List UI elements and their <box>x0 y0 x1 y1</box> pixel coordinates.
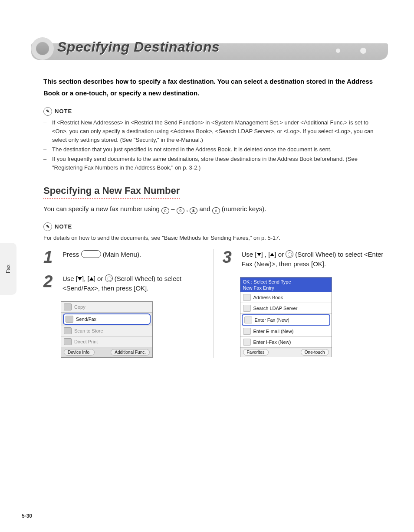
ldap-icon <box>243 305 251 312</box>
list-row: Search LDAP Server <box>240 303 332 314</box>
copy-icon <box>64 304 72 310</box>
step-text: Use [], [] or (Scroll Wheel) to select <… <box>62 273 205 294</box>
step-text: Use [] , [] or (Scroll Wheel) to select … <box>242 249 384 269</box>
section-intro: You can specify a new fax number using 0… <box>43 205 384 214</box>
scroll-wheel-icon <box>286 250 293 258</box>
footer-button: Additional Func. <box>111 349 150 356</box>
numeric-key-9-icon: 9 <box>177 207 184 214</box>
step-number: 3 <box>223 249 236 269</box>
side-tab-label: Fax <box>5 264 11 273</box>
ifax-new-icon <box>243 339 251 346</box>
list-row: Enter E-mail (New) <box>240 326 332 337</box>
menu-row: Copy <box>61 302 152 313</box>
pencil-icon: ✎ <box>43 107 52 116</box>
banner-dot-icon <box>336 49 340 53</box>
page-title: Specifying Destinations <box>57 39 220 55</box>
menu-row: Direct Print <box>61 336 152 347</box>
section-heading: Specifying a New Fax Number <box>43 185 180 199</box>
note-label-text: NOTE <box>55 108 72 114</box>
page-number: 5-30 <box>22 513 32 519</box>
note-label: ✎ NOTE <box>43 107 72 116</box>
direct-print-icon <box>64 338 72 345</box>
send-fax-icon <box>66 316 73 323</box>
menu-row: Scan to Store <box>61 326 152 336</box>
scroll-wheel-icon <box>105 274 113 282</box>
main-menu-key-icon <box>81 250 101 258</box>
arrow-up-icon <box>89 277 94 281</box>
fax-new-icon <box>244 317 252 323</box>
numeric-key-0-icon: 0 <box>161 207 169 214</box>
footer-button: Device Info. <box>64 349 95 356</box>
footer-button: One-touch <box>301 349 329 356</box>
arrow-down-icon <box>257 253 261 256</box>
scan-store-icon <box>64 327 72 334</box>
step-text: Press (Main Menu). <box>62 249 141 265</box>
step-number: 2 <box>43 273 56 294</box>
note-label: ✎ NOTE <box>43 222 72 231</box>
note-item: –The destination that you just specified… <box>43 145 384 154</box>
intro-text: This section describes how to specify a … <box>43 75 384 99</box>
step-3: 3 Use [] , [] or (Scroll Wheel) to selec… <box>223 249 384 269</box>
email-new-icon <box>243 328 251 335</box>
list-row: Enter I-Fax (New) <box>240 337 332 348</box>
numeric-key-hash-icon: # <box>212 207 220 214</box>
note-block-2: ✎ NOTE For details on how to send the do… <box>43 222 384 241</box>
step-2: 2 Use [], [] or (Scroll Wheel) to select… <box>43 273 205 294</box>
list-row: Address Book <box>240 292 332 303</box>
note-block-1: ✎ NOTE –If <Restrict New Addresses> in <… <box>43 107 384 172</box>
page-banner: Specifying Destinations <box>31 35 388 62</box>
address-book-icon <box>243 294 251 301</box>
numeric-key-star-icon: ✻ <box>190 207 197 214</box>
footer-button: Favorites <box>243 349 269 356</box>
note-text: For details on how to send the documents… <box>43 235 384 241</box>
note-item: –If you frequently send documents to the… <box>43 155 384 172</box>
screen-footer: Favorites One-touch <box>240 348 332 357</box>
note-item: –If <Restrict New Addresses> in <Restric… <box>43 118 384 144</box>
banner-dot-icon <box>360 48 366 54</box>
device-screen-main-menu: Copy Send/Fax Scan to Store Direct Print… <box>61 301 153 358</box>
device-screen-send-type: OK : Select Send Type New Fax Entry Addr… <box>240 277 332 358</box>
list-row-selected: Enter Fax (New) <box>242 314 330 326</box>
side-tab: Fax <box>0 243 16 295</box>
banner-bullet-icon <box>31 37 54 60</box>
arrow-up-icon <box>270 253 274 256</box>
pencil-icon: ✎ <box>43 222 52 231</box>
menu-row-selected: Send/Fax <box>63 313 151 325</box>
screen-header: OK : Select Send Type New Fax Entry <box>240 277 332 293</box>
note-label-text: NOTE <box>55 223 72 230</box>
menu-footer: Device Info. Additional Func. <box>61 347 152 357</box>
step-1: 1 Press (Main Menu). <box>43 249 205 265</box>
step-number: 1 <box>43 249 56 265</box>
arrow-down-icon <box>78 277 82 281</box>
